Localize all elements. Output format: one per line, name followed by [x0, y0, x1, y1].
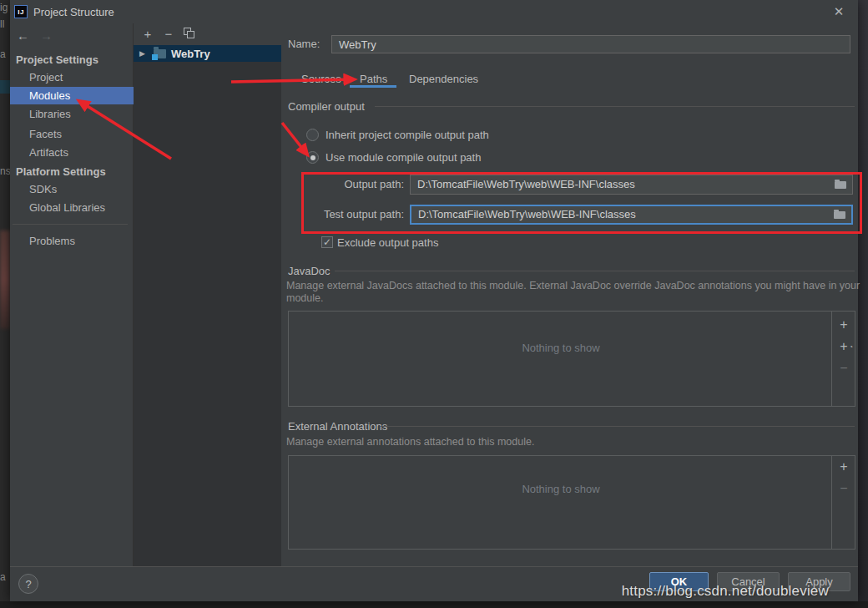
exclude-output-paths-label[interactable]: Exclude output paths — [337, 236, 438, 250]
ide-background-right — [858, 0, 868, 608]
back-icon[interactable]: ← — [17, 28, 29, 43]
sidebar-item-libraries[interactable]: Libraries — [10, 105, 134, 123]
external-annotations-empty-text: Nothing to show — [289, 483, 833, 496]
dialog-titlebar[interactable]: IJ Project Structure ✕ — [10, 0, 858, 23]
sidebar-item-modules[interactable]: Modules — [10, 87, 134, 104]
external-annotations-list[interactable]: Nothing to show + − — [288, 455, 855, 550]
csdn-watermark: https://blog.csdn.net/doubleview — [622, 583, 829, 600]
add-module-icon[interactable]: + — [140, 26, 155, 41]
external-annotations-list-toolbar: + − — [831, 456, 855, 549]
javadoc-empty-text: Nothing to show — [289, 342, 833, 355]
exclude-output-paths-checkbox[interactable]: ✓ — [321, 236, 333, 248]
copy-module-icon[interactable] — [184, 28, 195, 39]
module-tree-panel: + − ▶ WebTry — [134, 23, 281, 566]
tab-dependencies[interactable]: Dependencies — [409, 72, 478, 86]
background-text-fragment: ll — [0, 18, 4, 30]
sidebar-header-project-settings: Project Settings — [10, 51, 134, 68]
screenshot-root: ig ll a ns a IJ Project Structure ✕ ← → … — [0, 0, 868, 608]
expand-triangle-icon[interactable]: ▶ — [139, 49, 145, 58]
javadoc-list-toolbar: + +◔ − — [831, 312, 855, 406]
section-divider — [381, 426, 855, 427]
dialog-title: Project Structure — [33, 6, 114, 18]
project-structure-dialog: IJ Project Structure ✕ ← → Project Setti… — [10, 0, 858, 601]
sidebar-item-sdks[interactable]: SDKs — [10, 180, 134, 198]
intellij-logo-icon: IJ — [14, 5, 28, 18]
section-divider — [375, 106, 855, 107]
sidebar-item-global-libraries[interactable]: Global Libraries — [10, 199, 134, 216]
ide-background-bottom — [0, 601, 868, 608]
javadoc-section-title: JavaDoc — [288, 265, 331, 278]
background-text-fragment: ns — [0, 165, 11, 177]
add-annotation-root-icon[interactable]: + — [832, 459, 855, 474]
ide-background-left: ig ll a ns a — [0, 0, 10, 608]
external-annotations-description: Manage external annotations attached to … — [286, 436, 534, 448]
inherit-output-radio[interactable] — [306, 129, 319, 141]
forward-icon: → — [40, 28, 53, 43]
sidebar-item-facets[interactable]: Facets — [10, 125, 134, 143]
background-text-fragment: a — [0, 48, 6, 60]
selected-tab-underline — [350, 85, 396, 88]
module-icon — [154, 49, 166, 58]
inherit-output-radio-label[interactable]: Inherit project compile output path — [326, 129, 489, 142]
add-javadoc-icon[interactable]: + — [832, 317, 855, 332]
remove-module-icon[interactable]: − — [161, 26, 176, 41]
module-name: WebTry — [171, 48, 210, 60]
add-javadoc-url-icon[interactable]: +◔ — [832, 339, 855, 354]
tab-sources[interactable]: Sources — [301, 72, 341, 86]
module-name-input[interactable]: WebTry — [331, 35, 850, 53]
close-icon[interactable]: ✕ — [830, 3, 848, 20]
compiler-output-section-title: Compiler output — [288, 100, 365, 114]
tab-paths[interactable]: Paths — [360, 72, 387, 86]
javadoc-description-line2: module. — [286, 292, 323, 305]
remove-annotation-root-icon[interactable]: − — [832, 481, 855, 496]
settings-sidebar: ← → Project Settings Project Modules Lib… — [10, 23, 134, 566]
use-module-output-radio-label[interactable]: Use module compile output path — [326, 151, 481, 165]
background-text-fragment: ig — [0, 2, 8, 13]
annotation-highlight-rectangle — [301, 172, 862, 234]
sidebar-item-project[interactable]: Project — [10, 68, 134, 86]
name-label: Name: — [288, 38, 320, 51]
url-globe-icon: ◔ — [849, 340, 853, 355]
copy-icon-square — [187, 31, 194, 38]
javadoc-description-line1: Manage external JavaDocs attached to thi… — [286, 280, 860, 292]
remove-javadoc-icon[interactable]: − — [832, 361, 855, 376]
module-tree-toolbar: + − — [134, 23, 281, 45]
external-annotations-section-title: External Annotations — [288, 420, 387, 433]
section-divider — [335, 271, 855, 271]
sidebar-item-artifacts[interactable]: Artifacts — [10, 144, 134, 161]
javadoc-list[interactable]: Nothing to show + +◔ − — [288, 311, 855, 407]
module-settings-panel: Name: WebTry Sources Paths Dependencies … — [281, 23, 858, 566]
use-module-output-radio[interactable] — [306, 151, 319, 164]
sidebar-item-problems[interactable]: Problems — [10, 232, 134, 250]
check-icon: ✓ — [323, 236, 331, 248]
help-button[interactable]: ? — [18, 574, 38, 594]
sidebar-header-platform-settings: Platform Settings — [10, 163, 134, 180]
background-block — [0, 80, 10, 94]
background-image-blur — [0, 231, 10, 329]
sidebar-divider — [13, 224, 128, 225]
background-text-fragment: a — [0, 571, 6, 583]
module-tree-row-webtry[interactable]: ▶ WebTry — [134, 45, 281, 62]
